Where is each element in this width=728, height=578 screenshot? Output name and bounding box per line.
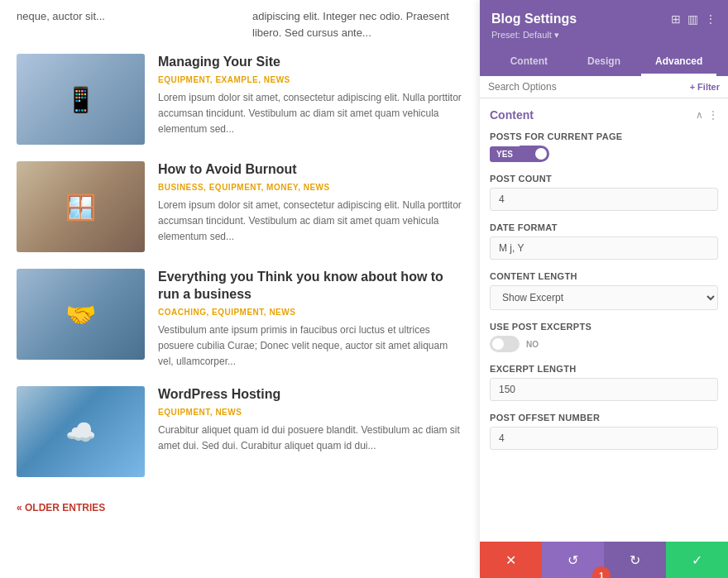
blog-post-3: ☁️ WordPress Hosting EQUIPMENT, NEWS Cur… xyxy=(17,386,463,477)
post-image-wrapper-0: 📱 xyxy=(17,54,145,145)
post-categories-0: EQUIPMENT, EXAMPLE, NEWS xyxy=(158,75,463,84)
toggle-yes-label: YES xyxy=(490,146,520,162)
posts-for-current-page-label: Posts For Current Page xyxy=(490,131,718,141)
panel-icons: ⊞ ▥ ⋮ xyxy=(671,12,716,26)
cancel-icon: ✕ xyxy=(505,552,516,568)
reset-right-button[interactable]: ↻ xyxy=(604,542,666,578)
posts-for-current-page-field: Posts For Current Page YES xyxy=(490,131,718,162)
blog-post-1: 🪟 How to Avoid Burnout BUSINESS, EQUIPME… xyxy=(17,161,463,252)
panel-body: Content ∧ ⋮ Posts For Current Page YES P… xyxy=(480,98,728,542)
post-image-icon-0: 📱 xyxy=(17,54,145,145)
intro-text: neque, auctor sit... adipiscing elit. In… xyxy=(17,8,463,41)
post-image-icon-2: 🤝 xyxy=(17,269,145,360)
panel-tabs: Content Design Advanced xyxy=(491,49,716,76)
post-excerpt-3: Curabitur aliquet quam id dui posuere bl… xyxy=(158,423,463,454)
post-offset-label: Post Offset Number xyxy=(490,413,718,423)
section-header: Content ∧ ⋮ xyxy=(490,108,718,122)
post-title-3[interactable]: WordPress Hosting xyxy=(158,386,463,404)
post-offset-input[interactable] xyxy=(490,427,718,450)
date-format-label: Date Format xyxy=(490,222,718,232)
left-panel: neque, auctor sit... adipiscing elit. In… xyxy=(0,0,480,578)
panel-preset[interactable]: Preset: Default ▾ xyxy=(491,30,716,41)
date-format-field: Date Format xyxy=(490,222,718,260)
panel-title-row: Blog Settings ⊞ ▥ ⋮ xyxy=(491,12,716,26)
post-image-wrapper-1: 🪟 xyxy=(17,161,145,252)
collapse-icon[interactable]: ∧ xyxy=(696,109,703,121)
post-image-icon-1: 🪟 xyxy=(17,161,145,252)
reset-right-icon: ↻ xyxy=(630,552,640,568)
post-image-icon-3: ☁️ xyxy=(17,386,145,477)
content-length-label: Content Length xyxy=(490,271,718,281)
toggle-no-label: NO xyxy=(526,340,539,349)
post-count-label: Post Count xyxy=(490,174,718,184)
blog-post-0: 📱 Managing Your Site EQUIPMENT, EXAMPLE,… xyxy=(17,54,463,145)
excerpt-length-input[interactable] xyxy=(490,378,718,401)
reset-left-button[interactable]: ↺ 1 xyxy=(542,542,604,578)
post-content-0: Managing Your Site EQUIPMENT, EXAMPLE, N… xyxy=(158,54,463,137)
post-excerpt-1: Lorem ipsum dolor sit amet, consectetur … xyxy=(158,198,463,246)
post-image-2: 🤝 xyxy=(17,269,145,360)
excerpt-length-label: Excerpt Length xyxy=(490,364,718,374)
post-image-0: 📱 xyxy=(17,54,145,145)
post-excerpt-2: Vestibulum ante ipsum primis in faucibus… xyxy=(158,322,463,370)
panel-title: Blog Settings xyxy=(491,12,577,26)
excerpt-length-field: Excerpt Length xyxy=(490,364,718,401)
post-categories-2: COACHING, EQUIPMENT, NEWS xyxy=(158,308,463,317)
grid-icon[interactable]: ⊞ xyxy=(671,12,681,26)
blog-settings-panel: Blog Settings ⊞ ▥ ⋮ Preset: Default ▾ Co… xyxy=(480,0,728,578)
section-actions: ∧ ⋮ xyxy=(696,109,718,121)
posts-container: 📱 Managing Your Site EQUIPMENT, EXAMPLE,… xyxy=(17,54,463,477)
intro-right: adipiscing elit. Integer nec odio. Praes… xyxy=(252,8,463,41)
post-image-3: ☁️ xyxy=(17,386,145,477)
posts-toggle-slider[interactable] xyxy=(520,146,549,162)
post-categories-3: EQUIPMENT, NEWS xyxy=(158,408,463,417)
post-image-1: 🪟 xyxy=(17,161,145,252)
post-content-3: WordPress Hosting EQUIPMENT, NEWS Curabi… xyxy=(158,386,463,454)
blog-post-2: 🤝 Everything you Think you know about ho… xyxy=(17,269,463,370)
panel-actions: ✕ ↺ 1 ↻ ✓ xyxy=(480,542,728,578)
save-button[interactable]: ✓ xyxy=(666,542,728,578)
excerpts-toggle-row: NO xyxy=(490,336,718,352)
post-count-field: Post Count xyxy=(490,174,718,211)
content-length-select[interactable]: Show Excerpt Show Full Content xyxy=(490,285,718,310)
posts-toggle-row: YES xyxy=(490,146,718,162)
intro-left: neque, auctor sit... xyxy=(17,8,228,41)
columns-icon[interactable]: ▥ xyxy=(687,12,698,26)
search-bar: + Filter xyxy=(480,76,728,98)
save-icon: ✓ xyxy=(692,552,702,568)
post-title-2[interactable]: Everything you Think you know about how … xyxy=(158,269,463,303)
reset-left-icon: ↺ xyxy=(568,552,578,568)
section-title: Content xyxy=(490,108,534,122)
date-format-input[interactable] xyxy=(490,236,718,260)
tab-advanced[interactable]: Advanced xyxy=(641,49,716,76)
post-title-0[interactable]: Managing Your Site xyxy=(158,54,463,71)
excerpts-toggle[interactable] xyxy=(490,336,520,352)
older-entries-link[interactable]: « OLDER ENTRIES xyxy=(17,502,105,514)
post-image-wrapper-3: ☁️ xyxy=(17,386,145,477)
section-more-icon[interactable]: ⋮ xyxy=(708,109,718,121)
search-input[interactable] xyxy=(488,81,690,93)
post-image-wrapper-2: 🤝 xyxy=(17,269,145,360)
content-length-field: Content Length Show Excerpt Show Full Co… xyxy=(490,271,718,310)
tab-content[interactable]: Content xyxy=(491,49,567,76)
panel-header: Blog Settings ⊞ ▥ ⋮ Preset: Default ▾ Co… xyxy=(480,0,728,76)
cancel-button[interactable]: ✕ xyxy=(480,542,542,578)
filter-button[interactable]: + Filter xyxy=(690,82,720,92)
post-excerpt-0: Lorem ipsum dolor sit amet, consectetur … xyxy=(158,90,463,138)
post-count-input[interactable] xyxy=(490,188,718,211)
post-content-1: How to Avoid Burnout BUSINESS, EQUIPMENT… xyxy=(158,161,463,245)
post-content-2: Everything you Think you know about how … xyxy=(158,269,463,370)
tab-design[interactable]: Design xyxy=(567,49,642,76)
use-post-excerpts-field: Use Post Excerpts NO xyxy=(490,322,718,352)
post-offset-field: Post Offset Number xyxy=(490,413,718,450)
more-icon[interactable]: ⋮ xyxy=(705,12,716,26)
post-categories-1: BUSINESS, EQUIPMENT, MONEY, NEWS xyxy=(158,183,463,192)
use-post-excerpts-label: Use Post Excerpts xyxy=(490,322,718,332)
post-title-1[interactable]: How to Avoid Burnout xyxy=(158,161,463,179)
